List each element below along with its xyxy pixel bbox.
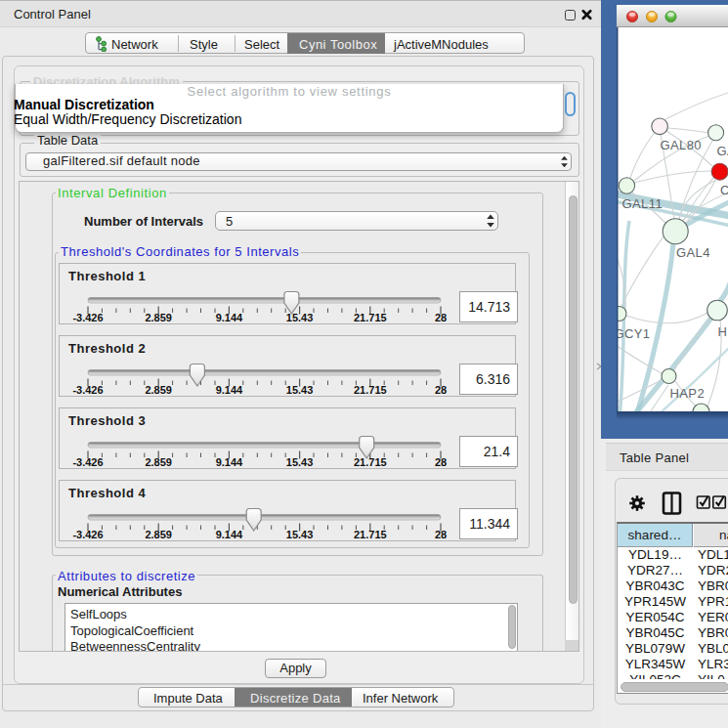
svg-text:21.715: 21.715: [354, 384, 387, 396]
svg-text:28: 28: [435, 529, 447, 540]
svg-text:-3.426: -3.426: [72, 312, 103, 323]
svg-text:15.43: 15.43: [286, 456, 314, 468]
svg-text:15.43: 15.43: [286, 312, 314, 323]
svg-text:CD: CD: [720, 183, 728, 197]
svg-text:-3.426: -3.426: [72, 384, 103, 396]
svg-text:28: 28: [435, 312, 447, 323]
svg-text:GAL11: GAL11: [622, 196, 664, 211]
svg-text:21.715: 21.715: [354, 529, 387, 540]
svg-text:28: 28: [435, 384, 447, 396]
svg-text:9.144: 9.144: [216, 456, 243, 468]
svg-text:9.144: 9.144: [216, 384, 243, 396]
svg-text:21.715: 21.715: [354, 312, 387, 323]
svg-text:GAL4: GAL4: [676, 245, 710, 260]
svg-text:9.144: 9.144: [216, 529, 243, 540]
svg-text:HAP2: HAP2: [670, 386, 706, 401]
svg-text:-3.426: -3.426: [72, 529, 103, 540]
svg-text:21.715: 21.715: [354, 456, 387, 468]
svg-text:2.859: 2.859: [145, 529, 172, 540]
svg-text:HIS4: HIS4: [718, 324, 728, 339]
svg-text:15.43: 15.43: [286, 384, 314, 396]
svg-text:GAL3: GAL3: [717, 144, 728, 158]
svg-text:28: 28: [435, 456, 447, 468]
svg-text:-3.426: -3.426: [72, 456, 103, 468]
svg-text:GCY1: GCY1: [617, 326, 651, 341]
svg-text:2.859: 2.859: [145, 312, 172, 323]
svg-text:2.859: 2.859: [145, 456, 172, 468]
svg-text:GAL80: GAL80: [661, 138, 702, 152]
svg-text:15.43: 15.43: [286, 529, 314, 540]
svg-text:2.859: 2.859: [145, 384, 172, 396]
svg-text:9.144: 9.144: [216, 312, 243, 323]
